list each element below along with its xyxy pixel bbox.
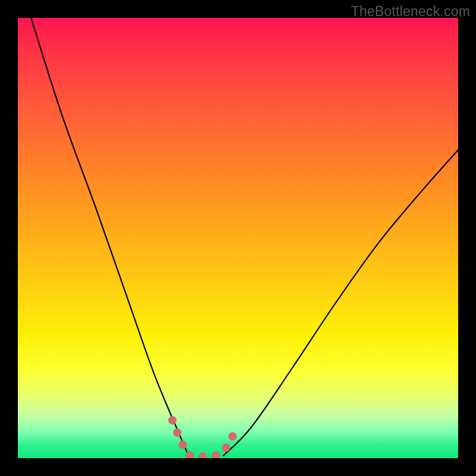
chart-plot-area (18, 18, 458, 458)
chart-svg (18, 18, 458, 458)
watermark-text: TheBottleneck.com (351, 4, 470, 20)
valley-highlight (173, 420, 238, 456)
right-curve (223, 150, 458, 456)
left-curve (31, 18, 189, 456)
chart-frame: TheBottleneck.com (0, 0, 476, 476)
